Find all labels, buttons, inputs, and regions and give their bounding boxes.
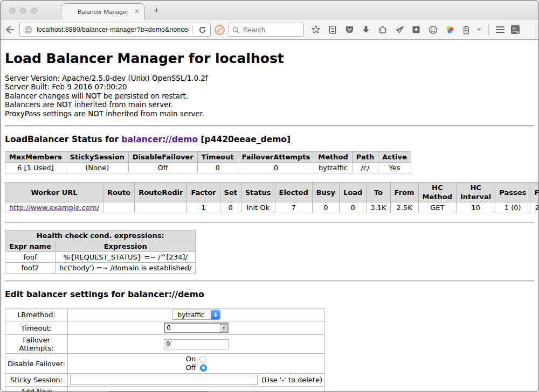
navigation-toolbar: localhost:8880/balancer-manager?b=demo&n… bbox=[1, 20, 538, 40]
header-cell: Active bbox=[378, 152, 411, 163]
chevron-down-icon[interactable] bbox=[477, 29, 481, 31]
header-cell: Elected bbox=[275, 183, 312, 202]
timeout-label: Timeout: bbox=[5, 321, 68, 335]
battery-extension-icon[interactable] bbox=[460, 24, 472, 36]
toolbar-icons bbox=[310, 24, 521, 36]
url-text: localhost:8880/balancer-manager?b=demo&n… bbox=[37, 26, 189, 33]
status-heading: LoadBalancer Status for balancer://demo … bbox=[5, 135, 534, 144]
header-cell: Fails bbox=[530, 183, 538, 202]
header-cell: HC Interval bbox=[456, 183, 495, 202]
header-cell: DisableFailover bbox=[128, 152, 197, 163]
table-row: 6 [1 Used] (None) Off 0 0 bytraffic /c/ … bbox=[5, 163, 411, 173]
form-row-disable-failover: Disable Failover: On Off bbox=[5, 354, 325, 374]
url-bar[interactable]: localhost:8880/balancer-manager?b=demo&n… bbox=[19, 23, 211, 37]
hello-smiley-icon[interactable] bbox=[427, 24, 439, 36]
status-heading-suffix: [p4420eeae_demo] bbox=[201, 135, 291, 144]
search-icon bbox=[232, 26, 239, 33]
colors-extension-icon[interactable] bbox=[444, 24, 455, 36]
expr-name-cell: foof bbox=[5, 252, 56, 263]
search-input[interactable] bbox=[242, 25, 293, 34]
worker-url-link[interactable]: http://www.example.com/ bbox=[9, 204, 99, 212]
timeout-input[interactable] bbox=[164, 323, 229, 333]
table-header-row: MaxMembers StickySession DisableFailover… bbox=[5, 152, 411, 163]
expression-cell: hc('body') =~ /domain is established/ bbox=[55, 263, 196, 274]
home-icon[interactable] bbox=[377, 24, 389, 36]
disable-failover-label: Disable Failover: bbox=[5, 354, 68, 374]
header-cell: Path bbox=[352, 152, 378, 163]
data-cell: 2 (0) bbox=[530, 202, 538, 213]
server-built-line: Server Built: Feb 9 2016 07:00:20 bbox=[5, 83, 534, 92]
globe-icon bbox=[22, 24, 34, 36]
header-cell: Factor bbox=[187, 183, 220, 202]
data-cell: 0 bbox=[238, 163, 314, 173]
menu-icon[interactable] bbox=[496, 26, 505, 33]
header-cell: Passes bbox=[495, 183, 530, 202]
close-window-button[interactable] bbox=[9, 8, 16, 14]
data-cell: 2.5K bbox=[390, 202, 418, 213]
header-cell: Worker URL bbox=[5, 183, 103, 202]
worker-table: Worker URL Route RouteRedir Factor Set S… bbox=[5, 182, 538, 213]
data-cell: GET bbox=[418, 202, 456, 213]
header-cell: MaxMembers bbox=[5, 152, 66, 163]
data-cell: Yes bbox=[378, 163, 411, 173]
failover-attempts-label: Failover Attempts: bbox=[5, 335, 68, 354]
window-controls bbox=[9, 8, 37, 14]
reload-icon[interactable] bbox=[196, 24, 208, 36]
failover-off-radio[interactable] bbox=[200, 365, 207, 372]
data-cell: 3.1K bbox=[367, 202, 390, 213]
health-table-title: Health check cond. expressions: bbox=[5, 230, 196, 241]
divider bbox=[5, 125, 534, 127]
grid-extension-icon[interactable] bbox=[509, 24, 521, 36]
divider bbox=[5, 281, 534, 282]
data-cell: /c/ bbox=[352, 163, 378, 173]
expression-cell: %{REQUEST_STATUS} =~ /^[234]/ bbox=[55, 252, 196, 263]
bookmark-star-icon[interactable] bbox=[310, 24, 322, 36]
pocket-icon[interactable] bbox=[343, 24, 355, 36]
select-stepper-icon bbox=[211, 310, 220, 319]
sticky-session-input[interactable] bbox=[70, 375, 258, 385]
form-row-failover-attempts: Failover Attempts: bbox=[5, 335, 325, 354]
expr-name-cell: foof2 bbox=[5, 263, 56, 274]
data-cell: 1 (0) bbox=[495, 202, 530, 213]
table-row: foof %{REQUEST_STATUS} =~ /^[234]/ bbox=[5, 252, 196, 263]
form-row-timeout: Timeout: bbox=[5, 321, 325, 335]
data-cell: 0 bbox=[312, 202, 339, 213]
on-label: On bbox=[186, 355, 196, 363]
table-title-row: Health check cond. expressions: bbox=[5, 230, 196, 241]
table-header-row: Expr name Expression bbox=[5, 241, 196, 252]
add-worker-label: Add New Worker: bbox=[5, 387, 68, 392]
send-icon[interactable] bbox=[393, 24, 405, 36]
new-tab-button[interactable]: + bbox=[154, 5, 160, 16]
reading-list-icon[interactable] bbox=[327, 24, 338, 36]
header-cell: Status bbox=[241, 183, 275, 202]
tab-close-icon[interactable]: × bbox=[134, 8, 140, 15]
sticky-session-label: Sticky Session: bbox=[5, 374, 68, 387]
data-cell: bytraffic bbox=[314, 163, 352, 173]
balancer-demo-link[interactable]: balancer://demo bbox=[121, 135, 198, 144]
tab-balancer-manager[interactable]: Balancer Manager × bbox=[61, 3, 145, 20]
header-cell: Method bbox=[314, 152, 352, 163]
search-bar[interactable] bbox=[229, 23, 304, 37]
header-cell: Expr name bbox=[5, 241, 56, 252]
download-icon[interactable] bbox=[360, 24, 372, 36]
failover-attempts-input[interactable] bbox=[164, 339, 229, 349]
table-row: foof2 hc('body') =~ /domain is establish… bbox=[5, 263, 196, 274]
zoom-window-button[interactable] bbox=[31, 8, 37, 14]
header-cell: HC Method bbox=[418, 183, 456, 202]
plugin-blocked-icon[interactable] bbox=[215, 25, 225, 35]
table-row: http://www.example.com/ 1 0 Init Ok 7 0 … bbox=[5, 202, 539, 213]
data-cell: 0 bbox=[220, 202, 241, 213]
save-to-device-icon[interactable] bbox=[410, 24, 422, 36]
header-cell: Busy bbox=[312, 183, 339, 202]
minimize-window-button[interactable] bbox=[20, 8, 26, 14]
page-title: Load Balancer Manager for localhost bbox=[5, 51, 534, 66]
back-button[interactable] bbox=[4, 24, 16, 36]
lbmethod-selected-value: bytraffic bbox=[178, 311, 211, 319]
header-cell: Expression bbox=[55, 241, 196, 252]
failover-on-radio[interactable] bbox=[199, 356, 206, 363]
header-cell: Route bbox=[103, 183, 134, 202]
browser-window: Balancer Manager × + localhost:8880/bala… bbox=[0, 0, 539, 392]
number-spinner-icon[interactable] bbox=[220, 324, 227, 332]
data-cell: 0 bbox=[197, 163, 238, 173]
lbmethod-select[interactable]: bytraffic bbox=[172, 310, 221, 320]
